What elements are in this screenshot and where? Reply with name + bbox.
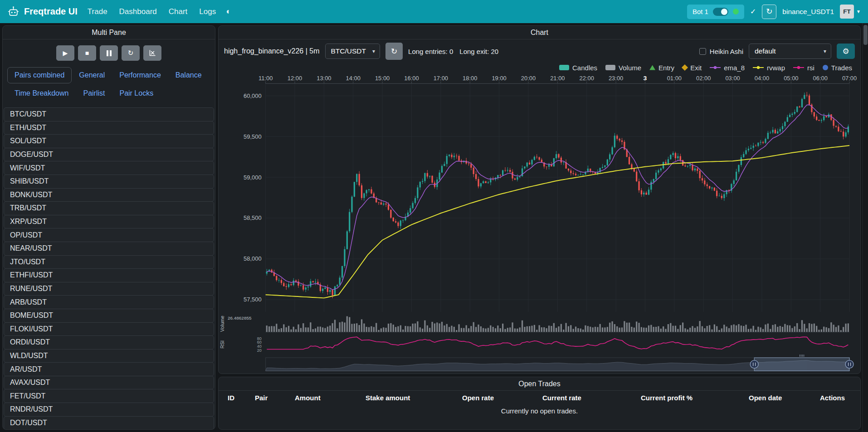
svg-text:01:00: 01:00 [667, 75, 682, 82]
pair-item[interactable]: BOME/USDT [4, 309, 214, 323]
pair-item[interactable]: ETH/USDT [4, 121, 214, 135]
refresh-chart-button[interactable]: ↻ [385, 43, 403, 60]
tab[interactable]: Pairs combined [7, 67, 72, 83]
pair-item[interactable]: DOT/USDT [4, 416, 214, 430]
stop-button[interactable]: ■ [78, 45, 96, 61]
legend-item[interactable]: rsi [793, 64, 814, 72]
pair-item[interactable]: DOGE/USDT [4, 148, 214, 162]
chart-legend: Candles Volume Entry Exit [219, 63, 860, 74]
pair-label: NEAR/USDT [10, 244, 52, 252]
reload-bot-button[interactable]: ↻ [762, 5, 776, 19]
pair-item[interactable]: SHIB/USDT [4, 175, 214, 189]
column-header[interactable]: Current profit % [641, 394, 749, 402]
pair-item[interactable]: ORDI/USDT [4, 335, 214, 349]
nav-link[interactable]: Dashboard [119, 7, 157, 16]
legend-label: Trades [831, 64, 852, 72]
pair-item[interactable]: ARB/USDT [4, 295, 214, 309]
heikin-ashi-checkbox[interactable] [699, 48, 706, 55]
chart-area[interactable]: 11:0012:0013:0014:0015:0016:0017:0018:00… [219, 74, 860, 374]
pair-item[interactable]: AR/USDT [4, 362, 214, 376]
tab[interactable]: General [72, 67, 112, 83]
svg-text:14:00: 14:00 [346, 75, 361, 82]
column-header[interactable]: Open rate [462, 394, 542, 402]
legend-item[interactable]: Candles [559, 64, 597, 72]
legend-item[interactable]: Exit [683, 64, 702, 72]
svg-text:05:00: 05:00 [784, 75, 798, 82]
tab[interactable]: Performance [112, 67, 168, 83]
plot-settings-button[interactable]: ⚙ [837, 44, 855, 59]
pair-item[interactable]: NEAR/USDT [4, 242, 214, 256]
nav-link[interactable]: Trade [88, 7, 107, 16]
refresh-icon: ↻ [391, 47, 397, 56]
tab[interactable]: Pair Locks [112, 85, 161, 102]
legend-label: Exit [690, 64, 702, 72]
pair-item[interactable]: SOL/USDT [4, 134, 214, 148]
pair-select[interactable]: BTC/USDT ▾ [325, 44, 380, 59]
pair-item[interactable]: TRB/USDT [4, 201, 214, 215]
pair-item[interactable]: BTC/USDT [4, 107, 214, 121]
legend-item[interactable]: Trades [823, 64, 852, 72]
legend-swatch-icon [559, 65, 569, 70]
svg-text:15:00: 15:00 [375, 75, 390, 82]
pair-label: ETH/USDT [10, 124, 46, 132]
pair-label: JTO/USDT [10, 258, 45, 266]
theme-toggle-icon[interactable]: ◐ [226, 7, 231, 16]
legend-label: Candles [572, 64, 597, 72]
plot-config-select[interactable]: default ▾ [749, 44, 831, 59]
bot-selector[interactable]: Bot 1 [687, 5, 744, 19]
legend-swatch-icon [605, 65, 615, 70]
column-header[interactable]: Amount [295, 394, 366, 402]
pair-item[interactable]: RNDR/USDT [4, 403, 214, 417]
plot-config-value: default [755, 47, 776, 55]
svg-text:Volume: Volume [219, 316, 225, 332]
pair-item[interactable]: RUNE/USDT [4, 282, 214, 296]
empty-trades-message: Currently no open trades. [219, 405, 860, 417]
column-header[interactable]: Actions [820, 394, 860, 402]
svg-text:60,000: 60,000 [244, 92, 262, 99]
svg-text:11:00: 11:00 [258, 75, 273, 82]
column-header[interactable]: Open date [749, 394, 820, 402]
legend-item[interactable]: ema_8 [710, 64, 745, 72]
column-header[interactable]: ID [228, 394, 255, 402]
pair-item[interactable]: ETHFI/USDT [4, 268, 214, 282]
pair-item[interactable]: WLD/USDT [4, 349, 214, 363]
tab[interactable]: Pairlist [76, 85, 112, 102]
pair-item[interactable]: OP/USDT [4, 228, 214, 242]
legend-swatch-icon [710, 65, 721, 70]
svg-text:59,500: 59,500 [244, 133, 262, 140]
tab-label: Pairs combined [15, 71, 64, 79]
datazoom-handle-left[interactable] [750, 360, 758, 368]
tab[interactable]: Time Breakdown [7, 85, 76, 102]
chart-panel: Chart high_frog_binance_v226 | 5m BTC/US… [218, 25, 861, 374]
pair-item[interactable]: BONK/USDT [4, 188, 214, 202]
column-header[interactable]: Stake amount [366, 394, 462, 402]
legend-item[interactable]: rvwap [753, 64, 785, 72]
datazoom-handle-right[interactable] [845, 360, 853, 368]
trades-table-header: IDPairAmountStake amountOpen rateCurrent… [219, 391, 860, 405]
pair-item[interactable]: AVAX/USDT [4, 376, 214, 390]
pair-item[interactable]: XRP/USDT [4, 215, 214, 229]
column-header[interactable]: Current rate [542, 394, 641, 402]
pair-label: ORDI/USDT [10, 338, 50, 346]
pair-item[interactable]: JTO/USDT [4, 255, 214, 269]
play-button[interactable]: ▶ [56, 45, 74, 61]
tab-label: Pairlist [83, 89, 105, 97]
user-menu[interactable]: FT ▼ [840, 5, 861, 19]
nav-link[interactable]: Logs [199, 7, 216, 16]
column-header[interactable]: Pair [255, 394, 295, 402]
nav-link[interactable]: Chart [169, 7, 188, 16]
clear-chart-button[interactable] [143, 45, 161, 61]
bot-toggle-switch[interactable] [713, 8, 728, 16]
legend-item[interactable]: Entry [649, 64, 674, 72]
scrollbar-thumb[interactable] [863, 25, 868, 45]
pair-item[interactable]: FLOKI/USDT [4, 322, 214, 336]
multi-pane-header: Multi Pane [3, 26, 215, 39]
refresh-button[interactable]: ↻ [122, 45, 140, 61]
pair-item[interactable]: WIF/USDT [4, 161, 214, 175]
brand[interactable]: Freqtrade UI [7, 5, 78, 18]
datazoom-selection[interactable] [754, 358, 849, 371]
tab[interactable]: Balance [168, 67, 209, 83]
pair-item[interactable]: FET/USDT [4, 389, 214, 403]
pause-button[interactable] [100, 45, 118, 61]
legend-item[interactable]: Volume [605, 64, 641, 72]
